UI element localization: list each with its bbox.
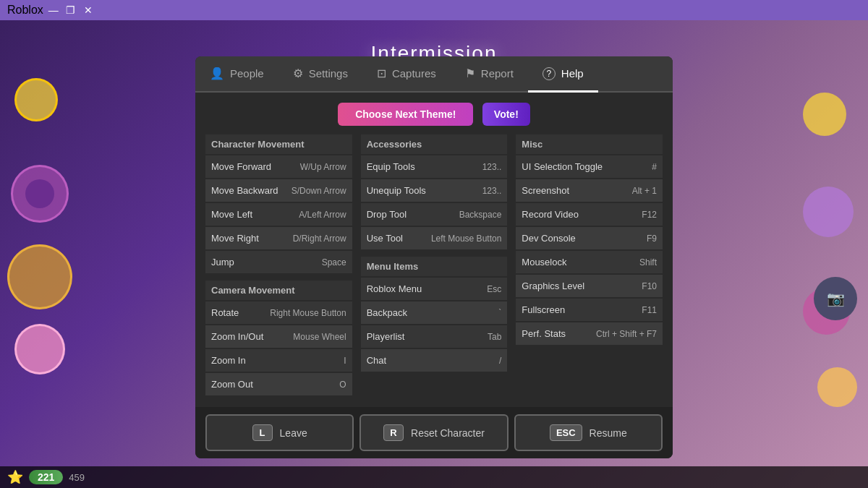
misc-title: Misc xyxy=(516,134,663,154)
deco-circle-r1 xyxy=(803,93,846,136)
reset-key-badge: R xyxy=(383,424,404,441)
deco-circle-2 xyxy=(11,165,69,223)
modal-body: Choose Next Theme! Vote! Character Movem… xyxy=(195,93,673,407)
kb-row: Perf. Stats Ctrl + Shift + F7 xyxy=(516,322,663,345)
reset-label: Reset Character xyxy=(411,427,485,439)
kb-row: Equip Tools 123.. xyxy=(361,155,508,178)
camera-icon-bg: 📷 xyxy=(814,277,857,320)
keybinds-grid: Character Movement Move Forward W/Up Arr… xyxy=(205,134,663,397)
reset-character-button[interactable]: R Reset Character xyxy=(359,414,508,451)
kb-row: Rotate Right Mouse Button xyxy=(205,301,352,324)
star-icon: ⭐ xyxy=(7,469,23,485)
tab-help[interactable]: ? Help xyxy=(528,56,598,93)
restore-button[interactable]: ❐ xyxy=(64,3,78,17)
kb-row: Unequip Tools 123.. xyxy=(361,179,508,202)
kb-row: Chat / xyxy=(361,349,508,372)
kb-row: Use Tool Left Mouse Button xyxy=(361,227,508,249)
tab-captures[interactable]: ⊡ Captures xyxy=(362,56,451,93)
close-button[interactable]: ✕ xyxy=(81,3,95,17)
deco-circle-4 xyxy=(14,324,65,374)
kb-row: Fullscreen F11 xyxy=(516,299,663,321)
tab-people[interactable]: 👤 People xyxy=(195,56,278,93)
vote-button[interactable]: Vote! xyxy=(482,103,530,126)
help-modal: 👤 People ⚙ Settings ⊡ Captures ⚑ Report … xyxy=(195,56,673,458)
titlebar-title: Roblox xyxy=(7,4,43,17)
resume-button[interactable]: ESC Resume xyxy=(514,414,663,451)
bottom-bar: ⭐ 221 459 xyxy=(0,466,868,488)
settings-icon: ⚙ xyxy=(293,67,303,80)
kb-row: Playerlist Tab xyxy=(361,325,508,348)
game-background: 📷 Intermission 👤 People ⚙ Settings ⊡ Cap… xyxy=(0,20,868,488)
character-movement-section: Character Movement Move Forward W/Up Arr… xyxy=(205,134,352,397)
misc-section: Misc UI Selection Toggle # Screenshot Al… xyxy=(516,134,663,397)
titlebar: Roblox — ❐ ✕ xyxy=(0,0,868,20)
tab-report[interactable]: ⚑ Report xyxy=(451,56,528,93)
resume-label: Resume xyxy=(590,427,627,439)
tab-settings[interactable]: ⚙ Settings xyxy=(278,56,362,93)
report-icon: ⚑ xyxy=(465,67,475,80)
kb-row: Screenshot Alt + 1 xyxy=(516,179,663,202)
minimize-button[interactable]: — xyxy=(46,3,61,17)
kb-row: Roblox Menu Esc xyxy=(361,278,508,300)
kb-row: UI Selection Toggle # xyxy=(516,155,663,178)
modal-footer: L Leave R Reset Character ESC Resume xyxy=(195,407,673,458)
kb-row: Graphics Level F10 xyxy=(516,275,663,297)
kb-row: Backpack ` xyxy=(361,301,508,324)
modal-tabs: 👤 People ⚙ Settings ⊡ Captures ⚑ Report … xyxy=(195,56,673,93)
theme-banner: Choose Next Theme! Vote! xyxy=(205,103,663,126)
kb-row: Jump Space xyxy=(205,251,352,273)
help-icon: ? xyxy=(542,67,556,80)
deco-circle-3 xyxy=(7,244,72,309)
deco-circle-1 xyxy=(14,78,58,121)
kb-row: Move Forward W/Up Arrow xyxy=(205,155,352,178)
menu-items-title: Menu Items xyxy=(361,257,508,276)
leave-key-badge: L xyxy=(252,424,273,441)
accessories-section: Accessories Equip Tools 123.. Unequip To… xyxy=(361,134,508,397)
deco-circle-r2 xyxy=(803,187,854,237)
leave-label: Leave xyxy=(280,427,307,439)
kb-row: Mouselock Shift xyxy=(516,251,663,273)
accessories-title: Accessories xyxy=(361,134,508,154)
deco-circle-r4 xyxy=(817,367,857,407)
leave-button[interactable]: L Leave xyxy=(205,414,354,451)
secondary-score: 459 xyxy=(69,472,85,483)
kb-row: Record Video F12 xyxy=(516,203,663,226)
choose-theme-button[interactable]: Choose Next Theme! xyxy=(338,103,473,126)
people-icon: 👤 xyxy=(210,67,224,80)
kb-row: Move Backward S/Down Arrow xyxy=(205,179,352,202)
kb-row: Zoom In/Out Mouse Wheel xyxy=(205,325,352,348)
kb-row: Dev Console F9 xyxy=(516,227,663,249)
kb-row: Move Left A/Left Arrow xyxy=(205,203,352,226)
captures-icon: ⊡ xyxy=(377,67,386,80)
camera-movement-title: Camera Movement xyxy=(205,281,352,300)
kb-row: Drop Tool Backspace xyxy=(361,203,508,226)
kb-row: Zoom In I xyxy=(205,349,352,372)
kb-row: Move Right D/Right Arrow xyxy=(205,227,352,249)
resume-key-badge: ESC xyxy=(550,424,582,441)
kb-row: Zoom Out O xyxy=(205,373,352,395)
character-movement-title: Character Movement xyxy=(205,134,352,154)
score-display: 221 xyxy=(29,470,63,484)
